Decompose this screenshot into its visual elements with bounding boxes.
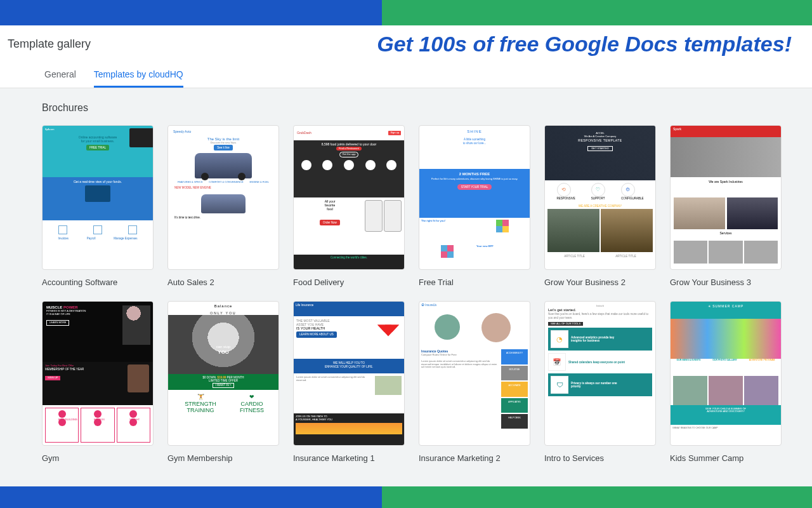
template-caption: Grow Your Business 2 (544, 277, 656, 287)
config-icon: ⚙ (621, 183, 635, 197)
template-card[interactable]: Balance ONLY YOU can stopYOU $0 DOWN. $1… (167, 301, 279, 463)
pr3: PER MONTH (227, 376, 244, 379)
c1: STRENGTH TRAINING (172, 401, 229, 415)
circle-img (435, 314, 460, 340)
learn-more-button: LEARN MORE ABOUT US (296, 331, 337, 337)
tag: ACCURATE (501, 382, 528, 396)
r3a: Privacy is always our number one (571, 382, 617, 385)
hero-text: 8,598 food joints delivered to your door (296, 142, 402, 146)
template-caption: Insurance Marketing 2 (419, 453, 530, 463)
template-thumb: flyAcorn Online accounting software for … (42, 125, 154, 270)
cat: WEIGHT LIFT (117, 408, 150, 443)
cat: FITNESS (81, 408, 114, 443)
bl: Your new BFF (476, 244, 494, 248)
label: Invoices (58, 237, 69, 240)
circle-img (481, 313, 511, 342)
promo-headline: Get 100s of free Google Docs templates! (377, 32, 792, 57)
analytics-icon: ◔ (551, 330, 568, 348)
get-started-button: GET STARTED (587, 146, 613, 152)
mid-head: 2 MONTHS FREE (422, 172, 527, 177)
tag: ACCESSIBILITY (501, 349, 528, 364)
img-row (671, 241, 781, 264)
test-drive: It's time to test drive. (171, 216, 276, 219)
label: CONFIGURABLE (621, 197, 644, 200)
template-caption: Gym Membership (167, 453, 279, 463)
cta-button: START YOUR TRIAL (457, 184, 492, 190)
cs2: YOU (218, 349, 228, 355)
tab-cloudhq[interactable]: Templates by cloudHQ (94, 69, 183, 88)
app-button: Get the app (339, 152, 359, 157)
signup-button: SIGN UP (45, 376, 60, 380)
headline: We are Spark Industries (671, 177, 781, 197)
headline: Let's get started. (548, 308, 652, 312)
car-graphic-2 (201, 194, 246, 213)
brand: Speedy Auto (171, 128, 276, 135)
template-thumb: SHINE A little something to show our lov… (419, 125, 530, 270)
calendar-icon: 📅25 (548, 353, 566, 371)
tag-column: ACCESSIBILITY INTUITIVE ACCURATE AFFILIA… (501, 349, 528, 429)
template-caption: Auto Sales 2 (167, 277, 279, 287)
body-img (375, 376, 402, 395)
template-card[interactable]: GrubDash Sign up 8,598 food joints deliv… (293, 125, 405, 287)
pr2: $19.99 (218, 376, 227, 379)
s: Compare Rates Online for Free (421, 353, 457, 356)
headline: RESPONSIVE TEMPLATE (545, 138, 655, 142)
template-caption: Grow Your Business 3 (670, 277, 782, 287)
want-in-button: I WANT IN > (213, 383, 233, 387)
phone-graphic (365, 200, 383, 232)
template-card[interactable]: Spark We are Spark Industries Services G… (670, 125, 782, 287)
template-grid: flyAcorn Online accounting software for … (42, 125, 770, 463)
tab-general[interactable]: General (44, 69, 76, 88)
puzzle-icon (441, 245, 454, 258)
tag: HELP DESK (501, 414, 528, 429)
template-card[interactable]: Speedy Auto The Sky is the limit Discove… (167, 125, 279, 287)
new-model: NEW MODEL NEW ENGINE (171, 184, 276, 191)
img-row (671, 197, 781, 229)
plates (296, 160, 402, 170)
template-card[interactable]: Life Insurance THE MOST VALUABLE ASSET Y… (293, 301, 405, 463)
banner-bottom (0, 486, 812, 508)
template-caption: Insurance Marketing 1 (293, 453, 405, 463)
h2: food (296, 207, 364, 211)
template-card[interactable]: ACCEL We Are A Creative Company RESPONSI… (544, 125, 656, 287)
template-card[interactable]: ☀ SUMMER CAMP OUR NEWS & EVENTS OUR PHOT… (670, 301, 782, 463)
template-thumb: ACCEL We Are A Creative Company RESPONSI… (544, 125, 656, 270)
brand: Balance (168, 302, 278, 311)
support-icon: ♡ (591, 183, 605, 197)
signup-button: Sign up (388, 131, 401, 135)
brand: SUMMER CAMP (712, 304, 743, 308)
footer: Connecting the world's cities. (294, 255, 404, 269)
brand: InsureUs (425, 304, 436, 307)
responsive-icon: ⟲ (557, 183, 571, 197)
template-thumb: Spark We are Spark Industries Services (670, 125, 782, 270)
template-card[interactable]: SHINE A little something to show our lov… (419, 125, 530, 287)
bl: The right fit for you! (421, 219, 445, 222)
pr1: $0 DOWN. (202, 376, 217, 379)
services: Services (671, 229, 781, 241)
strength-icon: 🏋 (172, 394, 229, 401)
banner-top (0, 0, 812, 25)
label: Payroll (87, 237, 96, 240)
hero-img (671, 137, 781, 177)
tools-button: SEE ALL OF OUR TOOLS (548, 322, 583, 326)
intro-text: Now that you're on board, here's a few s… (548, 312, 652, 320)
tabs: General Templates by cloudHQ (0, 57, 812, 88)
fitness-icon (94, 410, 102, 418)
phone-graphic (384, 200, 402, 232)
r1b: insights for business (571, 339, 599, 342)
cat: BODYBUILDING (45, 408, 79, 443)
c2: OUR PHOTO GALLERY (712, 359, 737, 361)
template-card[interactable]: ⦿ InsureUs Insurance Quotes Compare Rate… (419, 301, 530, 463)
r3b: priority (571, 385, 581, 388)
template-caption: Gym (42, 453, 154, 463)
h1a: MUSCLE (46, 305, 63, 309)
template-thumb: Balance ONLY YOU can stopYOU $0 DOWN. $1… (167, 301, 279, 446)
label: RESPONSIVE (557, 197, 575, 200)
template-card[interactable]: MUSCLE POWER FITNESS IS NOT A DESTINATIO… (42, 301, 154, 463)
image-row (545, 209, 655, 252)
athlete-graphic (122, 305, 150, 345)
template-card[interactable]: Initech Let's get started. Now that you'… (544, 301, 656, 463)
template-card[interactable]: flyAcorn Online accounting software for … (42, 125, 154, 287)
template-thumb: Life Insurance THE MOST VALUABLE ASSET Y… (293, 301, 405, 446)
bb2: ENHANCE YOUR QUALITY OF LIFE. (294, 365, 404, 368)
